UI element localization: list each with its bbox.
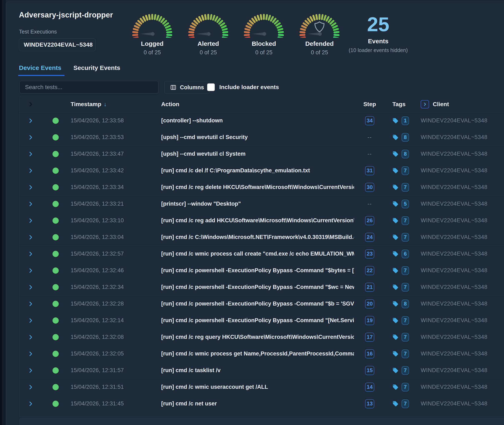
test-executions-label: Test Executions <box>19 28 57 35</box>
row-expand-chevron-icon[interactable] <box>27 167 47 174</box>
row-tags-cell[interactable]: 6 <box>385 250 421 258</box>
row-tags-cell[interactable]: 7 <box>385 233 421 242</box>
columns-button[interactable]: Columns <box>164 81 210 94</box>
row-expand-chevron-icon[interactable] <box>27 218 47 224</box>
table-row[interactable]: 15/04/2026, 12:33:34[run] cmd /c reg del… <box>20 179 504 196</box>
row-client: WINDEV2204EVAL~5348 <box>421 400 504 407</box>
row-expand-chevron-icon[interactable] <box>27 118 47 124</box>
row-timestamp: 15/04/2026, 12:33:21 <box>71 201 161 207</box>
status-dot-green <box>53 267 59 274</box>
step-column-header[interactable]: Step <box>354 101 385 108</box>
row-expand-chevron-icon[interactable] <box>27 334 47 340</box>
table-header-row: Timestamp ↓ Action Step Tags Client <box>20 96 504 112</box>
row-tags-cell[interactable]: 7 <box>385 266 421 275</box>
table-row[interactable]: 15/04/2026, 12:33:10[run] cmd /c reg add… <box>20 212 504 229</box>
table-row[interactable]: 15/04/2026, 12:32:14[run] cmd /c powersh… <box>20 312 504 329</box>
search-input[interactable] <box>25 84 153 91</box>
table-footer-bar <box>19 418 504 425</box>
events-count: 25 <box>345 14 411 34</box>
row-client: WINDEV2204EVAL~5348 <box>421 184 504 190</box>
row-tags-cell[interactable]: 7 <box>385 183 421 192</box>
row-expand-chevron-icon[interactable] <box>27 251 47 257</box>
row-tags-cell[interactable]: 7 <box>385 333 421 342</box>
table-row[interactable]: 15/04/2026, 12:33:04[run] cmd /c C:\Wind… <box>20 229 504 246</box>
table-row[interactable]: 15/04/2026, 12:33:47[upsh] --cmd wevtuti… <box>20 146 504 162</box>
row-expand-chevron-icon[interactable] <box>27 317 47 324</box>
row-expand-chevron-icon[interactable] <box>27 151 47 157</box>
table-row[interactable]: 15/04/2026, 12:31:57[run] cmd /c tasklis… <box>20 362 504 379</box>
row-expand-chevron-icon[interactable] <box>27 184 47 190</box>
row-status-cell <box>47 284 71 290</box>
row-status-cell <box>47 167 71 174</box>
row-timestamp: 15/04/2026, 12:32:28 <box>71 300 161 307</box>
expand-all-button[interactable] <box>27 101 47 107</box>
client-expand-button[interactable] <box>421 100 429 108</box>
row-timestamp: 15/04/2026, 12:32:57 <box>71 251 161 257</box>
row-tags-cell[interactable]: 8 <box>385 133 421 142</box>
tag-icon <box>392 317 399 324</box>
tab-security-events[interactable]: Security Events <box>73 64 120 76</box>
row-status-cell <box>47 234 71 240</box>
table-row[interactable]: 15/04/2026, 12:32:28[run] cmd /c powersh… <box>20 296 504 312</box>
include-loader-checkbox[interactable] <box>207 83 215 91</box>
table-row[interactable]: 15/04/2026, 12:32:05[run] cmd /c wmic pr… <box>20 345 504 362</box>
step-badge: 31 <box>365 166 375 175</box>
gauge-value: 0 of 25 <box>127 49 177 56</box>
row-expand-chevron-icon[interactable] <box>27 401 47 407</box>
row-expand-chevron-icon[interactable] <box>27 367 47 374</box>
row-client: WINDEV2204EVAL~5348 <box>421 134 504 140</box>
action-column-header[interactable]: Action <box>161 101 354 108</box>
include-loader-toggle[interactable]: Include loader events <box>207 83 279 91</box>
row-tags-cell[interactable]: 7 <box>385 316 421 325</box>
table-row[interactable]: 15/04/2026, 12:31:51[run] cmd /c wmic us… <box>20 379 504 395</box>
row-expand-chevron-icon[interactable] <box>27 284 47 290</box>
tags-column-header[interactable]: Tags <box>385 101 421 108</box>
row-tags-cell[interactable]: 7 <box>385 166 421 175</box>
row-expand-chevron-icon[interactable] <box>27 267 47 274</box>
row-tags-cell[interactable]: 7 <box>385 366 421 375</box>
row-tags-cell[interactable]: 7 <box>385 283 421 292</box>
row-expand-chevron-icon[interactable] <box>27 301 47 307</box>
status-dot-green <box>53 151 59 157</box>
timestamp-column-header[interactable]: Timestamp ↓ <box>71 101 161 108</box>
row-expand-chevron-icon[interactable] <box>27 234 47 240</box>
tab-device-events[interactable]: Device Events <box>19 64 61 76</box>
row-step-cell: 30 <box>354 183 385 192</box>
table-row[interactable]: 15/04/2026, 12:32:34[run] cmd /c powersh… <box>20 279 504 296</box>
row-tags-cell[interactable]: 8 <box>385 150 421 158</box>
table-row[interactable]: 15/04/2026, 12:32:08[run] cmd /c reg que… <box>20 329 504 345</box>
table-row[interactable]: 15/04/2026, 12:33:58[controller] --shutd… <box>20 112 504 129</box>
row-expand-chevron-icon[interactable] <box>27 201 47 207</box>
table-row[interactable]: 15/04/2026, 12:33:53[upsh] --cmd wevtuti… <box>20 129 504 146</box>
row-expand-chevron-icon[interactable] <box>27 134 47 140</box>
row-expand-chevron-icon[interactable] <box>27 384 47 390</box>
page-title: Adversary-jscript-dropper <box>19 11 113 19</box>
tag-icon <box>392 251 399 257</box>
tag-count-badge: 7 <box>402 283 409 292</box>
table-row[interactable]: 15/04/2026, 12:33:42[run] cmd /c del /f … <box>20 162 504 179</box>
row-timestamp: 15/04/2026, 12:31:57 <box>71 367 161 374</box>
row-tags-cell[interactable]: 7 <box>385 399 421 408</box>
table-row[interactable]: 15/04/2026, 12:32:57[run] cmd /c wmic pr… <box>20 246 504 262</box>
row-step-cell: 34 <box>354 116 385 125</box>
tag-icon <box>392 134 399 140</box>
status-dot-green <box>53 401 59 407</box>
execution-selector[interactable]: WINDEV2204EVAL~5348 <box>19 39 96 51</box>
step-empty: -- <box>367 134 372 140</box>
row-tags-cell[interactable]: 5 <box>385 199 421 208</box>
row-tags-cell[interactable]: 8 <box>385 299 421 308</box>
row-tags-cell[interactable]: 7 <box>385 349 421 358</box>
tag-icon <box>392 384 399 390</box>
row-status-cell <box>47 118 71 124</box>
table-row[interactable]: 15/04/2026, 12:33:21[printscr] --window … <box>20 196 504 212</box>
tag-icon <box>392 301 399 307</box>
row-action: [run] cmd /c wmic process get Name,Proce… <box>161 351 354 357</box>
search-box <box>19 81 159 93</box>
step-badge: 30 <box>365 183 375 192</box>
row-tags-cell[interactable]: 1 <box>385 116 421 125</box>
table-row[interactable]: 15/04/2026, 12:31:45[run] cmd /c net use… <box>20 395 504 412</box>
table-row[interactable]: 15/04/2026, 12:32:46[run] cmd /c powersh… <box>20 262 504 279</box>
row-tags-cell[interactable]: 7 <box>385 216 421 225</box>
row-tags-cell[interactable]: 7 <box>385 383 421 392</box>
row-expand-chevron-icon[interactable] <box>27 351 47 357</box>
